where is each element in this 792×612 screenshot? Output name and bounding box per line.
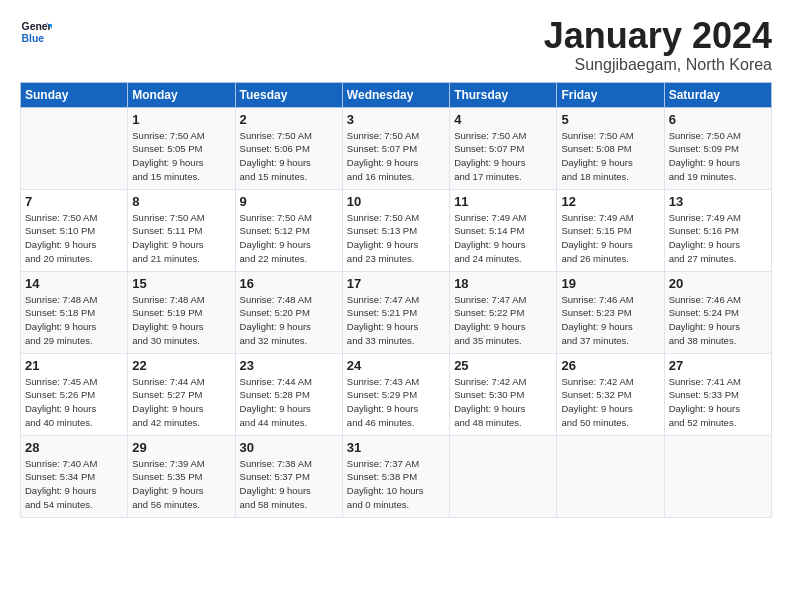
- day-number: 8: [132, 194, 230, 209]
- calendar-cell: 31Sunrise: 7:37 AM Sunset: 5:38 PM Dayli…: [342, 435, 449, 517]
- day-info: Sunrise: 7:45 AM Sunset: 5:26 PM Dayligh…: [25, 375, 123, 430]
- calendar-cell: 23Sunrise: 7:44 AM Sunset: 5:28 PM Dayli…: [235, 353, 342, 435]
- calendar-cell: 9Sunrise: 7:50 AM Sunset: 5:12 PM Daylig…: [235, 189, 342, 271]
- calendar-cell: 20Sunrise: 7:46 AM Sunset: 5:24 PM Dayli…: [664, 271, 771, 353]
- day-number: 7: [25, 194, 123, 209]
- weekday-header-monday: Monday: [128, 82, 235, 107]
- day-info: Sunrise: 7:40 AM Sunset: 5:34 PM Dayligh…: [25, 457, 123, 512]
- day-number: 21: [25, 358, 123, 373]
- day-info: Sunrise: 7:50 AM Sunset: 5:07 PM Dayligh…: [454, 129, 552, 184]
- calendar-cell: 26Sunrise: 7:42 AM Sunset: 5:32 PM Dayli…: [557, 353, 664, 435]
- day-number: 1: [132, 112, 230, 127]
- weekday-header-saturday: Saturday: [664, 82, 771, 107]
- calendar-cell: 27Sunrise: 7:41 AM Sunset: 5:33 PM Dayli…: [664, 353, 771, 435]
- day-number: 13: [669, 194, 767, 209]
- day-number: 25: [454, 358, 552, 373]
- weekday-header-sunday: Sunday: [21, 82, 128, 107]
- calendar-week-row: 7Sunrise: 7:50 AM Sunset: 5:10 PM Daylig…: [21, 189, 772, 271]
- day-number: 12: [561, 194, 659, 209]
- day-info: Sunrise: 7:50 AM Sunset: 5:06 PM Dayligh…: [240, 129, 338, 184]
- day-info: Sunrise: 7:38 AM Sunset: 5:37 PM Dayligh…: [240, 457, 338, 512]
- calendar-cell: 12Sunrise: 7:49 AM Sunset: 5:15 PM Dayli…: [557, 189, 664, 271]
- day-number: 11: [454, 194, 552, 209]
- day-info: Sunrise: 7:46 AM Sunset: 5:23 PM Dayligh…: [561, 293, 659, 348]
- calendar-cell: 17Sunrise: 7:47 AM Sunset: 5:21 PM Dayli…: [342, 271, 449, 353]
- day-number: 18: [454, 276, 552, 291]
- day-number: 26: [561, 358, 659, 373]
- day-info: Sunrise: 7:44 AM Sunset: 5:28 PM Dayligh…: [240, 375, 338, 430]
- day-info: Sunrise: 7:50 AM Sunset: 5:07 PM Dayligh…: [347, 129, 445, 184]
- day-info: Sunrise: 7:44 AM Sunset: 5:27 PM Dayligh…: [132, 375, 230, 430]
- day-number: 24: [347, 358, 445, 373]
- day-info: Sunrise: 7:48 AM Sunset: 5:19 PM Dayligh…: [132, 293, 230, 348]
- calendar-cell: 14Sunrise: 7:48 AM Sunset: 5:18 PM Dayli…: [21, 271, 128, 353]
- calendar-cell: 28Sunrise: 7:40 AM Sunset: 5:34 PM Dayli…: [21, 435, 128, 517]
- calendar-week-row: 28Sunrise: 7:40 AM Sunset: 5:34 PM Dayli…: [21, 435, 772, 517]
- calendar-cell: 8Sunrise: 7:50 AM Sunset: 5:11 PM Daylig…: [128, 189, 235, 271]
- day-number: 6: [669, 112, 767, 127]
- weekday-header-wednesday: Wednesday: [342, 82, 449, 107]
- calendar-week-row: 14Sunrise: 7:48 AM Sunset: 5:18 PM Dayli…: [21, 271, 772, 353]
- calendar-cell: 22Sunrise: 7:44 AM Sunset: 5:27 PM Dayli…: [128, 353, 235, 435]
- day-number: 30: [240, 440, 338, 455]
- day-number: 19: [561, 276, 659, 291]
- day-info: Sunrise: 7:47 AM Sunset: 5:21 PM Dayligh…: [347, 293, 445, 348]
- calendar-cell: 15Sunrise: 7:48 AM Sunset: 5:19 PM Dayli…: [128, 271, 235, 353]
- day-number: 27: [669, 358, 767, 373]
- calendar-cell: 10Sunrise: 7:50 AM Sunset: 5:13 PM Dayli…: [342, 189, 449, 271]
- calendar-cell: 3Sunrise: 7:50 AM Sunset: 5:07 PM Daylig…: [342, 107, 449, 189]
- day-info: Sunrise: 7:50 AM Sunset: 5:05 PM Dayligh…: [132, 129, 230, 184]
- location-subtitle: Sungjibaegam, North Korea: [544, 56, 772, 74]
- day-info: Sunrise: 7:39 AM Sunset: 5:35 PM Dayligh…: [132, 457, 230, 512]
- title-block: January 2024 Sungjibaegam, North Korea: [544, 16, 772, 74]
- day-number: 20: [669, 276, 767, 291]
- day-info: Sunrise: 7:49 AM Sunset: 5:16 PM Dayligh…: [669, 211, 767, 266]
- day-info: Sunrise: 7:50 AM Sunset: 5:10 PM Dayligh…: [25, 211, 123, 266]
- calendar-cell: 25Sunrise: 7:42 AM Sunset: 5:30 PM Dayli…: [450, 353, 557, 435]
- day-info: Sunrise: 7:46 AM Sunset: 5:24 PM Dayligh…: [669, 293, 767, 348]
- day-number: 16: [240, 276, 338, 291]
- calendar-cell: 29Sunrise: 7:39 AM Sunset: 5:35 PM Dayli…: [128, 435, 235, 517]
- calendar-cell: 13Sunrise: 7:49 AM Sunset: 5:16 PM Dayli…: [664, 189, 771, 271]
- weekday-header-tuesday: Tuesday: [235, 82, 342, 107]
- day-number: 2: [240, 112, 338, 127]
- calendar-cell: 30Sunrise: 7:38 AM Sunset: 5:37 PM Dayli…: [235, 435, 342, 517]
- day-info: Sunrise: 7:42 AM Sunset: 5:32 PM Dayligh…: [561, 375, 659, 430]
- weekday-header-thursday: Thursday: [450, 82, 557, 107]
- calendar-cell: 19Sunrise: 7:46 AM Sunset: 5:23 PM Dayli…: [557, 271, 664, 353]
- svg-text:Blue: Blue: [22, 33, 45, 44]
- day-number: 23: [240, 358, 338, 373]
- calendar-cell: 21Sunrise: 7:45 AM Sunset: 5:26 PM Dayli…: [21, 353, 128, 435]
- day-number: 17: [347, 276, 445, 291]
- calendar-cell: 11Sunrise: 7:49 AM Sunset: 5:14 PM Dayli…: [450, 189, 557, 271]
- day-info: Sunrise: 7:42 AM Sunset: 5:30 PM Dayligh…: [454, 375, 552, 430]
- day-info: Sunrise: 7:41 AM Sunset: 5:33 PM Dayligh…: [669, 375, 767, 430]
- day-number: 3: [347, 112, 445, 127]
- month-title: January 2024: [544, 16, 772, 56]
- page-container: General Blue January 2024 Sungjibaegam, …: [0, 0, 792, 528]
- calendar-cell: 1Sunrise: 7:50 AM Sunset: 5:05 PM Daylig…: [128, 107, 235, 189]
- header: General Blue January 2024 Sungjibaegam, …: [20, 16, 772, 74]
- day-number: 9: [240, 194, 338, 209]
- day-info: Sunrise: 7:37 AM Sunset: 5:38 PM Dayligh…: [347, 457, 445, 512]
- day-info: Sunrise: 7:50 AM Sunset: 5:11 PM Dayligh…: [132, 211, 230, 266]
- calendar-cell: 5Sunrise: 7:50 AM Sunset: 5:08 PM Daylig…: [557, 107, 664, 189]
- day-number: 29: [132, 440, 230, 455]
- day-number: 22: [132, 358, 230, 373]
- calendar-cell: [21, 107, 128, 189]
- weekday-header-friday: Friday: [557, 82, 664, 107]
- day-number: 14: [25, 276, 123, 291]
- calendar-cell: 4Sunrise: 7:50 AM Sunset: 5:07 PM Daylig…: [450, 107, 557, 189]
- day-info: Sunrise: 7:48 AM Sunset: 5:18 PM Dayligh…: [25, 293, 123, 348]
- day-info: Sunrise: 7:48 AM Sunset: 5:20 PM Dayligh…: [240, 293, 338, 348]
- svg-text:General: General: [22, 21, 52, 32]
- day-info: Sunrise: 7:49 AM Sunset: 5:14 PM Dayligh…: [454, 211, 552, 266]
- logo-icon: General Blue: [20, 16, 52, 48]
- day-info: Sunrise: 7:49 AM Sunset: 5:15 PM Dayligh…: [561, 211, 659, 266]
- calendar-cell: [450, 435, 557, 517]
- day-info: Sunrise: 7:50 AM Sunset: 5:08 PM Dayligh…: [561, 129, 659, 184]
- day-number: 15: [132, 276, 230, 291]
- calendar-cell: 6Sunrise: 7:50 AM Sunset: 5:09 PM Daylig…: [664, 107, 771, 189]
- day-number: 31: [347, 440, 445, 455]
- day-number: 5: [561, 112, 659, 127]
